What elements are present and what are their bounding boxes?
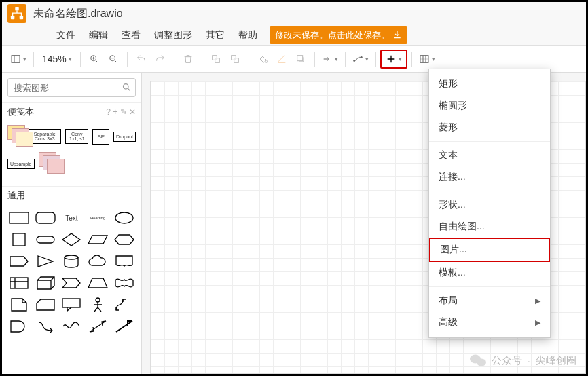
shape-curve[interactable] [112, 295, 136, 314]
scratch-item[interactable]: Dropout [113, 132, 136, 142]
waypoint-button[interactable]: ▾ [350, 50, 371, 69]
shape-rounded[interactable] [34, 230, 58, 249]
shape-cube[interactable] [34, 274, 58, 293]
separator [174, 52, 174, 67]
shape-text[interactable]: Text [60, 208, 84, 227]
shape-note[interactable] [7, 295, 31, 314]
zoom-value: 145% [42, 54, 67, 64]
shape-internal[interactable] [7, 274, 31, 293]
dd-ellipse[interactable]: 椭圆形 [429, 95, 550, 117]
dd-text[interactable]: 文本 [429, 145, 550, 166]
undo-button[interactable] [132, 50, 151, 69]
dd-freehand[interactable]: 自由绘图... [429, 216, 550, 238]
fill-button[interactable] [253, 50, 272, 69]
menu-arrange[interactable]: 调整图形 [147, 26, 199, 44]
shape-callout[interactable] [60, 295, 84, 314]
shape-parallelogram[interactable] [86, 230, 110, 249]
separator [314, 52, 315, 67]
view-mode-button[interactable]: ▾ [7, 50, 29, 69]
svg-rect-18 [13, 233, 25, 246]
scratchpad-body: Separable Conv 3x3 Conv 1x1, s1 SE Dropo… [2, 121, 141, 186]
separator [375, 52, 376, 67]
separator [33, 52, 34, 67]
dd-separator [429, 191, 550, 191]
shape-ellipse[interactable] [112, 208, 136, 227]
menu-view[interactable]: 查看 [115, 26, 147, 44]
menu-help[interactable]: 帮助 [232, 26, 264, 44]
menu-extras[interactable]: 其它 [199, 26, 232, 44]
app-logo[interactable] [7, 4, 26, 23]
watermark-prefix: 公众号 [492, 354, 522, 367]
shape-pentagon[interactable] [7, 252, 31, 271]
shape-hexagon[interactable] [112, 230, 136, 249]
shape-s[interactable] [34, 317, 58, 336]
to-back-button[interactable] [225, 50, 244, 69]
shape-square[interactable] [7, 230, 31, 249]
dd-link[interactable]: 连接... [429, 166, 550, 188]
zoom-out-button[interactable] [104, 50, 123, 69]
zoom-in-button[interactable] [85, 50, 104, 69]
shape-heading[interactable]: Heading [86, 208, 110, 227]
shape-and[interactable] [7, 317, 31, 336]
shape-cylinder[interactable] [60, 252, 84, 271]
menu-file[interactable]: 文件 [50, 26, 82, 44]
shape-diamond[interactable] [60, 230, 84, 249]
shape-arrow[interactable] [112, 317, 136, 336]
scratch-item[interactable]: SE [92, 129, 109, 145]
shape-rect[interactable] [7, 208, 31, 227]
svg-rect-0 [15, 7, 19, 11]
separator [249, 52, 249, 67]
general-header[interactable]: 通用 [2, 186, 141, 204]
stroke-button[interactable] [272, 50, 291, 69]
chevron-right-icon: ▶ [535, 318, 540, 327]
dd-shape[interactable]: 形状... [429, 194, 550, 216]
sticky-stack-icon[interactable] [39, 152, 65, 175]
scratch-item[interactable]: Conv 1x1, s1 [65, 129, 88, 144]
svg-rect-3 [12, 56, 20, 63]
shape-triangle[interactable] [34, 252, 58, 271]
sticky-stack-icon[interactable] [7, 125, 24, 148]
search-input[interactable] [7, 78, 136, 97]
dd-rectangle[interactable]: 矩形 [429, 73, 550, 95]
shape-step[interactable] [60, 274, 84, 293]
shape-roundrect[interactable] [34, 208, 58, 227]
chevron-down-icon: ▾ [23, 56, 26, 62]
shape-document[interactable] [112, 252, 136, 271]
shape-search [7, 78, 136, 97]
unsaved-notice[interactable]: 修改未保存。点击此处保存。 [270, 26, 407, 44]
connection-button[interactable]: ▾ [319, 50, 341, 69]
shape-tape[interactable] [112, 274, 136, 293]
table-button[interactable]: ▾ [416, 50, 438, 69]
insert-button[interactable]: ▾ [380, 50, 407, 69]
redo-button[interactable] [151, 50, 170, 69]
separator [411, 52, 412, 67]
document-title[interactable]: 未命名绘图.drawio [33, 7, 123, 21]
dd-advanced[interactable]: 高级▶ [429, 312, 550, 333]
svg-point-20 [65, 255, 78, 259]
shape-trapezoid[interactable] [86, 274, 110, 293]
shape-biarrow[interactable] [86, 317, 110, 336]
dd-layout[interactable]: 布局▶ [429, 290, 550, 312]
svg-point-12 [361, 56, 362, 58]
shape-card[interactable] [34, 295, 58, 314]
shadow-button[interactable] [291, 50, 310, 69]
shape-wave[interactable] [60, 317, 84, 336]
menu-edit[interactable]: 编辑 [82, 26, 115, 44]
dd-rhombus[interactable]: 菱形 [429, 117, 550, 138]
scratchpad-header[interactable]: 便笺本 ? + ✎ ✕ [2, 102, 141, 121]
to-front-button[interactable] [206, 50, 225, 69]
delete-button[interactable] [179, 50, 198, 69]
dd-template[interactable]: 模板... [429, 262, 550, 284]
chevron-right-icon: ▶ [535, 297, 540, 305]
svg-point-17 [115, 212, 133, 223]
scratch-item[interactable]: Upsample [7, 159, 35, 169]
dd-image[interactable]: 图片... [429, 238, 550, 262]
zoom-select[interactable]: 145%▾ [38, 50, 76, 69]
watermark-dot: · [528, 355, 530, 366]
scratchpad-tools[interactable]: ? + ✎ ✕ [106, 107, 136, 117]
svg-rect-7 [215, 58, 219, 63]
dd-separator [429, 141, 550, 142]
shape-cloud[interactable] [86, 252, 110, 271]
shape-actor[interactable] [86, 295, 110, 314]
svg-rect-8 [234, 58, 238, 63]
